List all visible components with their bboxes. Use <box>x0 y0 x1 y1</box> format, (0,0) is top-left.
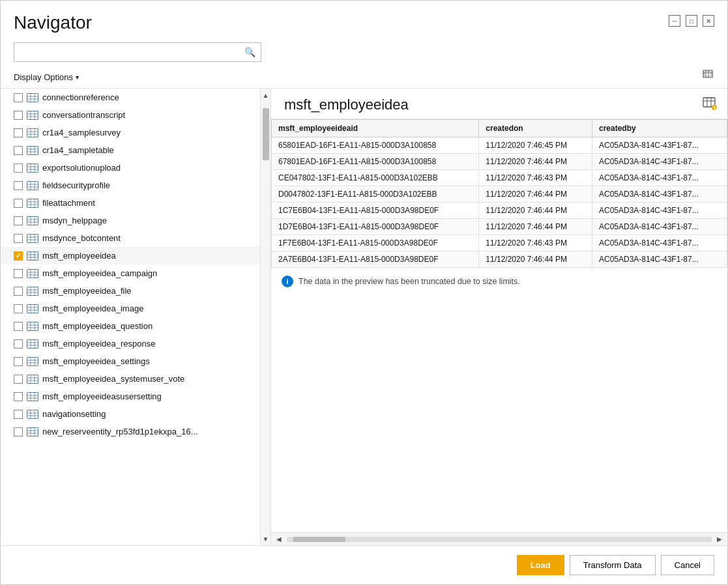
table-row: 1D7E6B04-13F1-EA11-A815-000D3A98DE0F11/1… <box>272 219 727 235</box>
table-icon <box>27 392 38 401</box>
item-checkbox[interactable] <box>14 339 23 349</box>
cell-msft_employeeideaid: 65801EAD-16F1-EA11-A815-000D3A100858 <box>272 137 479 154</box>
column-header-createdon: createdon <box>479 120 592 137</box>
list-item[interactable]: cr1a4_samplesurvey <box>1 124 270 141</box>
list-item[interactable]: fieldsecurityprofile <box>1 177 270 194</box>
cell-msft_employeeideaid: CE047802-13F1-EA11-A815-000D3A102EBB <box>272 170 479 186</box>
cell-createdon: 11/12/2020 7:46:44 PM <box>479 186 592 203</box>
scroll-left-button[interactable]: ◀ <box>274 534 284 545</box>
main-content: connectionreference conversationtranscri… <box>1 88 727 545</box>
svg-rect-30 <box>27 181 38 190</box>
item-checkbox[interactable] <box>14 234 23 243</box>
table-icon <box>27 128 38 137</box>
item-checkbox[interactable] <box>14 375 23 384</box>
list-item[interactable]: fileattachment <box>1 194 270 212</box>
data-table-container[interactable]: msft_employeeideaidcreatedoncreatedby 65… <box>271 119 727 532</box>
item-checkbox[interactable] <box>14 128 23 137</box>
svg-rect-15 <box>27 128 38 137</box>
item-checkbox[interactable] <box>14 427 23 436</box>
list-container[interactable]: connectionreference conversationtranscri… <box>1 89 270 545</box>
item-checkbox[interactable] <box>14 251 23 261</box>
list-item[interactable]: navigationsetting <box>1 405 270 423</box>
cell-createdon: 11/12/2020 7:46:45 PM <box>479 137 592 154</box>
item-checkbox[interactable] <box>14 111 23 120</box>
cell-msft_employeeideaid: 2A7E6B04-13F1-EA11-A815-000D3A98DE0F <box>272 251 479 268</box>
item-label: cr1a4_sampletable <box>42 145 114 155</box>
list-item[interactable]: connectionreference <box>1 89 270 106</box>
cell-createdby: AC05AD3A-814C-43F1-87... <box>592 154 727 170</box>
load-button[interactable]: Load <box>517 555 564 575</box>
cell-createdby: AC05AD3A-814C-43F1-87... <box>592 137 727 154</box>
item-checkbox[interactable] <box>14 181 23 190</box>
list-item[interactable]: msft_employeeidea_settings <box>1 352 270 370</box>
table-icon <box>27 339 38 349</box>
list-item[interactable]: msft_employeeidea_response <box>1 335 270 352</box>
list-item[interactable]: new_reserveentity_rp53fd1p1ekxpa_16... <box>1 423 270 440</box>
item-label: msft_employeeidea_settings <box>42 356 150 366</box>
vertical-scrollbar[interactable]: ▲ ▼ <box>260 89 270 545</box>
cancel-button[interactable]: Cancel <box>661 555 714 575</box>
list-item[interactable]: exportsolutionupload <box>1 159 270 177</box>
item-checkbox[interactable] <box>14 410 23 419</box>
scroll-up-button[interactable]: ▲ <box>261 89 271 102</box>
close-button[interactable]: ✕ <box>703 15 714 27</box>
transform-data-button[interactable]: Transform Data <box>570 555 656 575</box>
display-options-label: Display Options <box>14 72 73 82</box>
list-item[interactable]: conversationtranscript <box>1 106 270 124</box>
list-item[interactable]: msft_employeeidea <box>1 247 270 264</box>
search-wrapper[interactable]: 🔍 <box>14 42 261 62</box>
table-icon <box>27 269 38 278</box>
item-checkbox[interactable] <box>14 287 23 296</box>
table-icon <box>27 234 38 243</box>
table-icon <box>27 287 38 296</box>
scroll-track[interactable] <box>287 537 712 542</box>
list-item[interactable]: msdynce_botcontent <box>1 229 270 247</box>
scroll-thumb-h[interactable] <box>293 537 345 542</box>
item-checkbox[interactable] <box>14 146 23 155</box>
svg-rect-20 <box>27 146 38 154</box>
item-checkbox[interactable] <box>14 304 23 313</box>
list-item[interactable]: msft_employeeidea_image <box>1 300 270 317</box>
search-input[interactable] <box>20 48 244 57</box>
item-checkbox[interactable] <box>14 164 23 173</box>
item-checkbox[interactable] <box>14 392 23 401</box>
item-label: exportsolutionupload <box>42 163 121 173</box>
scroll-thumb[interactable] <box>263 108 269 160</box>
scroll-right-button[interactable]: ▶ <box>714 534 725 545</box>
item-checkbox[interactable] <box>14 93 23 102</box>
table-preview-icon: ↻ <box>703 97 717 113</box>
refresh-icon[interactable] <box>703 70 714 84</box>
table-icon <box>27 181 38 190</box>
item-checkbox[interactable] <box>14 357 23 366</box>
list-item[interactable]: msft_employeeideasusersetting <box>1 388 270 405</box>
table-body: 65801EAD-16F1-EA11-A815-000D3A10085811/1… <box>272 137 727 268</box>
item-checkbox[interactable] <box>14 216 23 225</box>
list-item[interactable]: msft_employeeidea_file <box>1 282 270 300</box>
item-label: navigationsetting <box>42 409 106 419</box>
item-checkbox[interactable] <box>14 269 23 278</box>
svg-rect-95 <box>27 410 38 418</box>
list-item[interactable]: msdyn_helppage <box>1 212 270 229</box>
svg-rect-10 <box>27 111 38 119</box>
maximize-button[interactable]: □ <box>686 15 697 27</box>
item-checkbox[interactable] <box>14 322 23 331</box>
list-item[interactable]: msft_employeeidea_campaign <box>1 264 270 282</box>
item-checkbox[interactable] <box>14 199 23 208</box>
display-options-bar: Display Options ▾ <box>1 67 727 88</box>
cell-msft_employeeideaid: 1C7E6B04-13F1-EA11-A815-000D3A98DE0F <box>272 203 479 219</box>
scroll-down-button[interactable]: ▼ <box>261 532 271 545</box>
list-item[interactable]: cr1a4_sampletable <box>1 141 270 159</box>
list-item[interactable]: msft_employeeidea_question <box>1 317 270 335</box>
table-row: 1F7E6B04-13F1-EA11-A815-000D3A98DE0F11/1… <box>272 235 727 251</box>
svg-rect-65 <box>27 304 38 313</box>
item-label: msft_employeeidea_response <box>42 339 155 349</box>
display-options-button[interactable]: Display Options ▾ <box>14 72 79 82</box>
minimize-button[interactable]: ─ <box>669 15 680 27</box>
cell-createdon: 11/12/2020 7:46:44 PM <box>479 219 592 235</box>
table-row: 67801EAD-16F1-EA11-A815-000D3A10085811/1… <box>272 154 727 170</box>
cell-createdby: AC05AD3A-814C-43F1-87... <box>592 203 727 219</box>
cell-createdon: 11/12/2020 7:46:44 PM <box>479 203 592 219</box>
item-label: msft_employeeidea_file <box>42 286 132 296</box>
list-item[interactable]: msft_employeeidea_systemuser_vote <box>1 370 270 388</box>
horizontal-scrollbar[interactable]: ◀ ▶ <box>271 532 727 545</box>
